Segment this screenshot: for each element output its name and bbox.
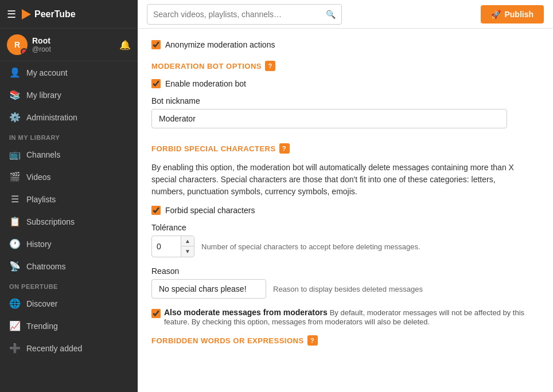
tolerance-row: ▲ ▼ Number of special characters to acce…	[151, 236, 539, 257]
sidebar-item-chatrooms[interactable]: 📡 Chatrooms	[0, 255, 138, 277]
mod-bot-heading-text: MODERATION BOT OPTIONS	[151, 62, 262, 70]
forbidden-words-help-icon[interactable]: ?	[307, 335, 318, 346]
enable-bot-label: Enable moderation bot	[165, 79, 246, 88]
user-name: Root	[32, 36, 51, 45]
main-area: 🔍 🚀 Publish Anonymize moderation actions…	[138, 0, 553, 392]
sidebar-item-discover[interactable]: 🌐 Discover	[0, 292, 138, 315]
sidebar-item-history[interactable]: 🕐 History	[0, 233, 138, 255]
tolerance-helper: Number of special characters to accept b…	[201, 242, 420, 251]
sidebar: ☰ PeerTube R Root @root 🔔 👤 My account 📚…	[0, 0, 138, 392]
content-area: Anonymize moderation actions MODERATION …	[138, 29, 553, 392]
logo-text: PeerTube	[34, 9, 76, 19]
reason-input[interactable]	[151, 279, 266, 299]
sidebar-item-trending[interactable]: 📈 Trending	[0, 315, 138, 337]
forbid-chars-help-icon[interactable]: ?	[279, 143, 290, 154]
forbid-chars-desc: By enabling this option, the moderation …	[151, 162, 519, 198]
on-peertube-label: ON PEERTUBE	[0, 277, 138, 292]
forbidden-words-section-heading: FORBIDDEN WORDS OR EXPRESSIONS ?	[151, 335, 539, 346]
sidebar-item-my-account[interactable]: 👤 My account	[0, 61, 138, 84]
videos-icon: 🎬	[9, 171, 21, 182]
enable-bot-row: Enable moderation bot	[151, 79, 539, 88]
tolerance-increment[interactable]: ▲	[181, 236, 194, 246]
forbid-chars-section-heading: FORBID SPECIAL CHARACTERS ?	[151, 143, 539, 154]
account-icon: 👤	[9, 67, 21, 78]
trending-icon: 📈	[9, 320, 21, 331]
user-details: Root @root	[32, 36, 51, 53]
playlists-icon: ☰	[9, 194, 21, 205]
reason-label: Reason	[151, 266, 539, 276]
sidebar-item-subscriptions[interactable]: 📋 Subscriptions	[0, 210, 138, 233]
tolerance-label: Tolérance	[151, 223, 539, 232]
tolerance-input[interactable]	[152, 238, 181, 254]
search-icon: 🔍	[326, 10, 336, 19]
sidebar-item-my-library[interactable]: 📚 My library	[0, 84, 138, 106]
also-moderate-label: Also moderate messages from moderators	[164, 308, 328, 317]
anon-label: Anonymize moderation actions	[165, 40, 275, 49]
enable-bot-checkbox[interactable]	[151, 79, 161, 88]
mod-bot-help-icon[interactable]: ?	[265, 61, 275, 71]
bot-nickname-label: Bot nickname	[151, 96, 539, 105]
forbid-chars-heading-text: FORBID SPECIAL CHARACTERS	[151, 144, 276, 153]
publish-icon: 🚀	[491, 10, 501, 19]
sidebar-item-administration[interactable]: ⚙️ Administration	[0, 106, 138, 128]
notification-bell-icon[interactable]: 🔔	[119, 40, 131, 50]
forbid-chars-checkbox[interactable]	[151, 206, 161, 215]
reason-row: Reason to display besides deleted messag…	[151, 279, 539, 299]
tolerance-input-wrap: ▲ ▼	[151, 236, 194, 257]
logo-wrap: PeerTube	[22, 9, 76, 19]
anon-row: Anonymize moderation actions	[151, 40, 539, 49]
user-section: R Root @root 🔔	[0, 29, 138, 61]
history-icon: 🕐	[9, 238, 21, 249]
anon-checkbox[interactable]	[151, 40, 161, 49]
forbid-chars-label: Forbid special characters	[165, 206, 255, 215]
library-icon: 📚	[9, 89, 21, 100]
hamburger-icon[interactable]: ☰	[7, 8, 16, 21]
bot-nickname-input[interactable]	[151, 109, 507, 128]
discover-icon: 🌐	[9, 298, 21, 309]
tolerance-spinners: ▲ ▼	[181, 236, 194, 257]
logo-icon	[22, 9, 31, 19]
forbid-chars-row: Forbid special characters	[151, 206, 539, 215]
administration-icon: ⚙️	[9, 112, 21, 123]
search-bar[interactable]: 🔍	[147, 4, 342, 25]
chatrooms-icon: 📡	[9, 261, 21, 272]
avatar-badge	[21, 48, 28, 55]
subscriptions-icon: 📋	[9, 216, 21, 227]
publish-button[interactable]: 🚀 Publish	[481, 5, 544, 23]
user-info: R Root @root	[7, 34, 51, 55]
sidebar-item-playlists[interactable]: ☰ Playlists	[0, 188, 138, 210]
reason-hint: Reason to display besides deleted messag…	[273, 285, 423, 293]
recently-added-icon: ➕	[9, 343, 21, 354]
avatar[interactable]: R	[7, 34, 28, 55]
in-my-library-label: IN MY LIBRARY	[0, 128, 138, 143]
publish-label: Publish	[504, 10, 533, 19]
sidebar-item-videos[interactable]: 🎬 Videos	[0, 166, 138, 188]
also-moderate-checkbox[interactable]	[151, 309, 161, 318]
search-input[interactable]	[153, 10, 326, 19]
user-handle: @root	[32, 45, 51, 53]
mod-bot-section-heading: MODERATION BOT OPTIONS ?	[151, 61, 539, 71]
sidebar-item-recently-added[interactable]: ➕ Recently added	[0, 337, 138, 359]
topbar: 🔍 🚀 Publish	[138, 0, 553, 29]
sidebar-item-channels[interactable]: 📺 Channels	[0, 143, 138, 166]
also-moderate-row: Also moderate messages from moderators B…	[151, 308, 539, 326]
forbidden-words-heading-text: FORBIDDEN WORDS OR EXPRESSIONS	[151, 336, 304, 345]
tolerance-decrement[interactable]: ▼	[181, 246, 194, 257]
sidebar-header: ☰ PeerTube	[0, 0, 138, 29]
channels-icon: 📺	[9, 149, 21, 160]
